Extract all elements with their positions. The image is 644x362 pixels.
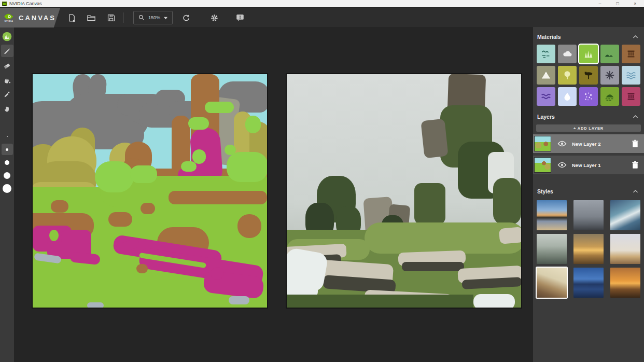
- layer-visibility-eye-icon[interactable]: [557, 162, 567, 168]
- brush-size-3[interactable]: [2, 157, 13, 168]
- style-rocky-shore[interactable]: [537, 268, 567, 298]
- material-hill[interactable]: [600, 87, 619, 106]
- material-flowers[interactable]: [579, 87, 598, 106]
- workspace: [14, 27, 533, 362]
- fill-bucket-icon: [3, 76, 11, 85]
- layers-title: Layers: [537, 114, 555, 120]
- material-sea[interactable]: [622, 66, 640, 85]
- chevron-down-icon: [163, 16, 168, 20]
- fill-bucket-tool[interactable]: [1, 74, 13, 86]
- hand-icon: [3, 105, 11, 113]
- material-cloud[interactable]: [558, 45, 577, 63]
- window-title: NVIDIA Canvas: [9, 1, 42, 6]
- eyedropper-icon: [3, 90, 11, 99]
- toolbar: NVIDIA CANVAS 150%: [0, 7, 644, 27]
- style-overcast-sky[interactable]: [573, 200, 604, 230]
- material-mountain[interactable]: [537, 66, 555, 85]
- segmentation-painting: [33, 74, 267, 308]
- brush-size-1[interactable]: [2, 131, 13, 142]
- material-grass[interactable]: [579, 45, 598, 63]
- style-misty-lake[interactable]: [537, 234, 567, 264]
- eyedropper-tool[interactable]: [1, 88, 13, 101]
- collapse-layers-icon[interactable]: [632, 114, 639, 119]
- style-city-skyline[interactable]: [573, 268, 604, 298]
- app-name: CANVAS: [19, 14, 56, 22]
- eraser-tool[interactable]: [1, 59, 13, 72]
- toolbar-separator: [123, 12, 124, 23]
- grass-material-icon: [2, 31, 12, 42]
- save-button[interactable]: [103, 10, 119, 25]
- style-lake-sunset[interactable]: [537, 200, 567, 230]
- material-snow[interactable]: [600, 66, 619, 85]
- layer-visibility-eye-icon[interactable]: [557, 141, 567, 147]
- material-fog[interactable]: [537, 45, 555, 63]
- delete-layer-icon[interactable]: [632, 140, 639, 148]
- materials-grid: [533, 40, 644, 106]
- paintbrush-icon: [3, 47, 11, 55]
- material-ruins[interactable]: [622, 87, 640, 106]
- maximize-button[interactable]: □: [609, 0, 626, 7]
- right-panel: Materials: [533, 27, 644, 362]
- layer-row-new-layer-2[interactable]: New Layer 2: [533, 134, 644, 153]
- style-desert-dead-tree[interactable]: [610, 234, 640, 264]
- open-folder-button[interactable]: [83, 10, 100, 25]
- material-tree[interactable]: [558, 66, 577, 85]
- pan-hand-tool[interactable]: [1, 103, 13, 115]
- layer-thumbnail: [534, 136, 551, 151]
- feedback-button[interactable]: [232, 10, 248, 25]
- delete-layer-icon[interactable]: [632, 161, 639, 169]
- material-bush[interactable]: [600, 45, 619, 63]
- layer-thumbnail: [534, 157, 551, 173]
- styles-grid: [533, 195, 644, 298]
- add-layer-button[interactable]: + ADD LAYER: [536, 124, 641, 132]
- magnifier-icon: [138, 14, 145, 21]
- material-stone[interactable]: [622, 45, 640, 63]
- brand-area: NVIDIA CANVAS: [0, 8, 61, 27]
- settings-button[interactable]: [206, 10, 222, 25]
- nvidia-logo-icon: NVIDIA: [3, 13, 15, 22]
- style-golden-ocean-sunset[interactable]: [573, 234, 604, 264]
- style-stormy-sea-painting[interactable]: [610, 200, 640, 230]
- materials-title: Materials: [537, 34, 561, 40]
- segmentation-paint-canvas[interactable]: [32, 73, 268, 309]
- rendered-landscape: [287, 74, 521, 308]
- app-icon: [2, 2, 7, 6]
- layer-row-new-layer-1[interactable]: New Layer 1: [533, 156, 644, 174]
- collapse-styles-icon[interactable]: [632, 189, 639, 194]
- new-file-button[interactable]: [63, 10, 80, 25]
- layer-name: New Layer 2: [572, 141, 632, 147]
- active-material-indicator[interactable]: [1, 30, 13, 43]
- styles-title: Styles: [537, 188, 553, 194]
- rendered-preview-canvas: [286, 73, 522, 309]
- material-river[interactable]: [537, 87, 555, 106]
- brush-size-2[interactable]: [2, 144, 13, 155]
- eraser-icon: [3, 61, 11, 70]
- material-dirt[interactable]: [579, 66, 598, 85]
- zoom-level-control[interactable]: 150%: [133, 11, 173, 24]
- reset-view-button[interactable]: [178, 10, 194, 25]
- collapse-materials-icon[interactable]: [632, 34, 639, 39]
- zoom-value: 150%: [148, 15, 160, 20]
- window-title-bar: NVIDIA Canvas – □ ×: [0, 0, 644, 7]
- tool-sidebar: [0, 27, 14, 362]
- material-water[interactable]: [558, 87, 577, 106]
- brush-size-selector: [2, 131, 13, 196]
- layer-name: New Layer 1: [572, 162, 632, 168]
- close-button[interactable]: ×: [626, 0, 644, 7]
- paintbrush-tool[interactable]: [1, 45, 13, 57]
- style-orange-ocean-sunset[interactable]: [610, 268, 640, 298]
- brush-size-5[interactable]: [2, 183, 13, 194]
- minimize-button[interactable]: –: [591, 0, 609, 7]
- brush-size-4[interactable]: [2, 170, 13, 181]
